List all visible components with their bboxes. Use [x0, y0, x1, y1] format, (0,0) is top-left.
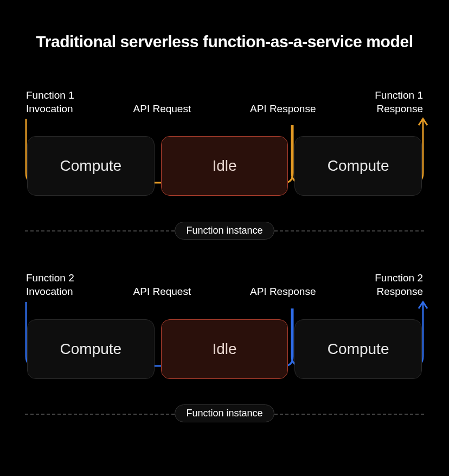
fn1-separator: Function instance	[25, 221, 424, 240]
fn2-api-request-label: API Request	[133, 285, 191, 299]
fn1-response-label: Function 1 Response	[375, 89, 423, 115]
fn1-api-request-label: API Request	[133, 102, 191, 116]
function-2-block: Function 2 Invocation API Request API Re…	[25, 272, 424, 423]
fn2-response-label: Function 2 Response	[375, 272, 423, 298]
fn1-instance-pill: Function instance	[175, 222, 274, 240]
function-1-row: Compute Idle Compute	[25, 136, 424, 196]
function-1-labels: Function 1 Invocation API Request API Re…	[25, 89, 424, 115]
fn1-idle-cell: Idle	[161, 136, 288, 196]
fn2-compute-cell-1: Compute	[27, 319, 155, 379]
fn2-separator: Function instance	[25, 404, 424, 423]
fn1-invocation-label: Function 1 Invocation	[26, 89, 74, 115]
function-1-block: Function 1 Invocation API Request API Re…	[25, 89, 424, 240]
fn2-compute-cell-2: Compute	[294, 319, 422, 379]
function-2-row: Compute Idle Compute	[25, 319, 424, 379]
fn2-api-response-label: API Response	[250, 285, 316, 299]
fn2-instance-pill: Function instance	[175, 404, 274, 422]
fn1-compute-cell-1: Compute	[27, 136, 155, 196]
diagram-page: Traditional serverless function-as-a-ser…	[0, 0, 449, 476]
fn2-invocation-label: Function 2 Invocation	[26, 272, 74, 298]
diagram-title: Traditional serverless function-as-a-ser…	[25, 33, 424, 51]
fn2-idle-cell: Idle	[161, 319, 288, 379]
function-2-labels: Function 2 Invocation API Request API Re…	[25, 272, 424, 298]
fn1-api-response-label: API Response	[250, 102, 316, 116]
fn1-compute-cell-2: Compute	[294, 136, 422, 196]
